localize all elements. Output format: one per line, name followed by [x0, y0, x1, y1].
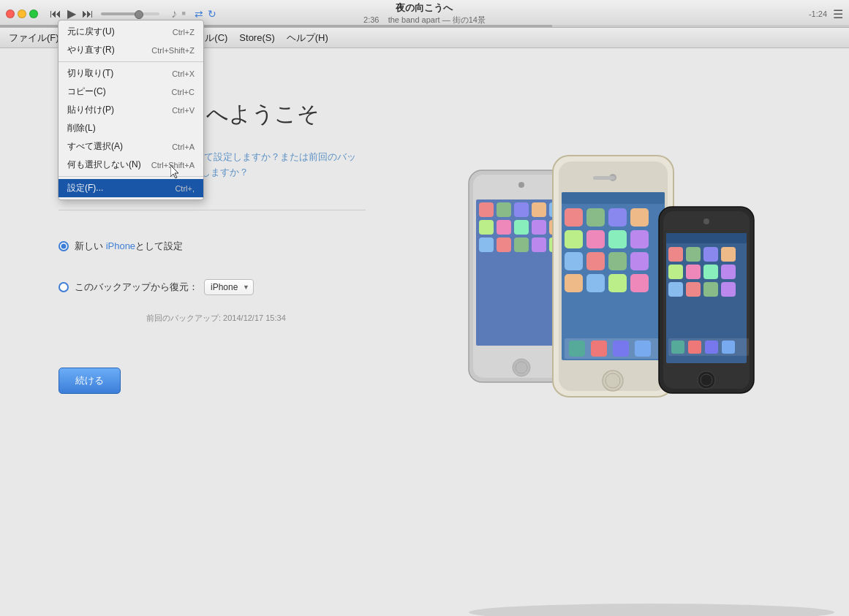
menu-deselect[interactable]: 何も選択しない(N) Ctrl+Shift+A — [59, 156, 203, 174]
play-button[interactable]: ▶ — [67, 7, 76, 20]
undo-label: 元に戻す(U) — [67, 26, 115, 38]
minimize-button[interactable] — [18, 9, 26, 18]
svg-rect-61 — [721, 265, 736, 279]
menu-paste[interactable]: 貼り付け(P) Ctrl+V — [59, 101, 203, 119]
menu-cut[interactable]: 切り取り(T) Ctrl+X — [59, 64, 203, 83]
svg-rect-58 — [668, 265, 683, 279]
svg-rect-3 — [479, 202, 494, 217]
transport-controls: ⏮ ▶ ⏭ — [38, 7, 94, 20]
svg-rect-31 — [608, 230, 627, 248]
menu-store[interactable]: Store(S) — [233, 30, 280, 45]
svg-rect-70 — [722, 341, 735, 354]
radio-new-iphone[interactable] — [59, 241, 69, 251]
phones-illustration — [439, 148, 849, 616]
svg-rect-36 — [630, 252, 649, 270]
svg-rect-56 — [703, 247, 718, 262]
volume-slider[interactable] — [101, 12, 159, 15]
music-note-icon: ♪ — [171, 7, 177, 20]
option-new-iphone[interactable]: 新しい iPhoneとして設定 — [59, 240, 395, 253]
separator-2 — [59, 176, 203, 177]
svg-rect-13 — [479, 237, 494, 252]
fast-forward-button[interactable]: ⏭ — [82, 7, 94, 20]
svg-rect-14 — [497, 237, 511, 252]
svg-rect-37 — [565, 274, 583, 292]
svg-rect-62 — [668, 282, 683, 297]
svg-rect-26 — [586, 208, 605, 227]
svg-rect-57 — [721, 247, 736, 262]
option-restore: このバックアップから復元： iPhone — [59, 279, 395, 295]
song-title: 夜の向こうへ — [363, 1, 486, 15]
svg-rect-5 — [514, 202, 529, 217]
menu-redo[interactable]: やり直す(R) Ctrl+Shift+Z — [59, 41, 203, 59]
menu-delete[interactable]: 削除(L) — [59, 119, 203, 137]
svg-rect-30 — [586, 230, 605, 248]
svg-rect-40 — [630, 274, 649, 292]
label-new-iphone: 新しい iPhoneとして設定 — [75, 240, 183, 253]
svg-rect-16 — [532, 237, 546, 252]
svg-point-20 — [518, 182, 524, 188]
svg-rect-39 — [608, 274, 627, 292]
close-button[interactable] — [6, 9, 15, 18]
svg-point-74 — [469, 604, 834, 616]
undo-shortcut: Ctrl+Z — [173, 28, 195, 37]
preferences-shortcut: Ctrl+, — [175, 184, 195, 193]
svg-rect-68 — [688, 341, 701, 354]
window-controls — [0, 9, 38, 18]
repeat-icon[interactable]: ↻ — [208, 8, 216, 20]
menu-undo[interactable]: 元に戻す(U) Ctrl+Z — [59, 23, 203, 41]
svg-rect-63 — [686, 282, 701, 297]
separator-1 — [59, 61, 203, 62]
mouse-cursor — [170, 165, 179, 178]
deselect-label: 何も選択しない(N) — [67, 159, 141, 171]
svg-rect-10 — [514, 220, 529, 235]
rewind-button[interactable]: ⏮ — [50, 7, 61, 20]
svg-rect-55 — [686, 247, 701, 262]
svg-rect-45 — [635, 341, 651, 357]
svg-rect-33 — [565, 252, 583, 270]
svg-rect-24 — [562, 192, 665, 204]
menu-copy[interactable]: コピー(C) Ctrl+C — [59, 83, 203, 101]
shuffle-icon[interactable]: ⇄ — [195, 8, 203, 20]
edit-dropdown-menu: 元に戻す(U) Ctrl+Z やり直す(R) Ctrl+Shift+Z 切り取り… — [58, 20, 204, 200]
svg-rect-11 — [532, 220, 546, 235]
now-playing-info: 夜の向こうへ 2:36 the band apart — 街の14景 — [363, 1, 486, 26]
restore-select[interactable]: iPhone — [204, 279, 254, 295]
time-remaining: -1:24 — [809, 9, 827, 18]
album-art-placeholder: ▪ — [181, 6, 186, 21]
svg-rect-67 — [671, 341, 684, 354]
menu-preferences[interactable]: 設定(F)... Ctrl+, — [59, 179, 203, 197]
menu-help[interactable]: ヘルプ(H) — [281, 29, 334, 47]
menu-select-all[interactable]: すべて選択(A) Ctrl+A — [59, 137, 203, 156]
preferences-label: 設定(F)... — [67, 182, 103, 194]
menu-file[interactable]: ファイル(F) — [3, 29, 65, 47]
svg-rect-43 — [591, 341, 607, 357]
svg-rect-49 — [593, 176, 615, 180]
svg-rect-38 — [586, 274, 605, 292]
svg-rect-27 — [608, 208, 627, 227]
svg-rect-25 — [565, 208, 583, 227]
restore-label-text: このバックアップから復元： — [75, 281, 198, 294]
svg-rect-60 — [703, 265, 718, 279]
svg-rect-64 — [703, 282, 718, 297]
delete-label: 削除(L) — [67, 122, 96, 134]
svg-rect-9 — [497, 220, 511, 235]
cut-label: 切り取り(T) — [67, 67, 113, 80]
title-right-controls: -1:24 ☰ — [809, 7, 843, 20]
maximize-button[interactable] — [29, 9, 38, 18]
continue-button[interactable]: 続ける — [59, 368, 121, 394]
redo-label: やり直す(R) — [67, 44, 115, 56]
svg-rect-8 — [479, 220, 494, 235]
radio-restore[interactable] — [59, 282, 69, 292]
cut-shortcut: Ctrl+X — [172, 69, 195, 78]
artist-info: the band apart — 街の14景 — [388, 15, 486, 24]
svg-rect-35 — [608, 252, 627, 270]
iphone-blue-text: iPhone — [106, 240, 135, 251]
select-all-shortcut: Ctrl+A — [172, 142, 195, 151]
list-view-icon[interactable]: ☰ — [833, 7, 843, 20]
svg-rect-6 — [532, 202, 546, 217]
paste-shortcut: Ctrl+V — [172, 106, 195, 115]
copy-shortcut: Ctrl+C — [172, 88, 195, 96]
svg-rect-59 — [686, 265, 701, 279]
svg-rect-15 — [514, 237, 529, 252]
phones-panel — [439, 48, 849, 616]
